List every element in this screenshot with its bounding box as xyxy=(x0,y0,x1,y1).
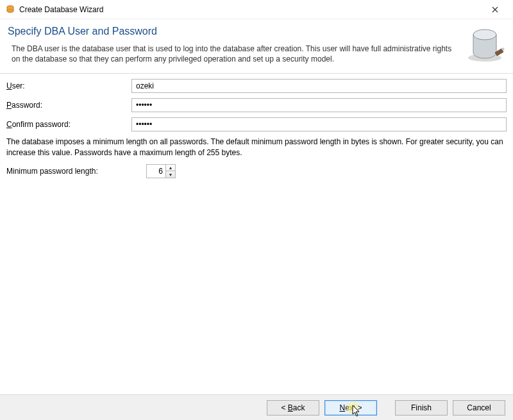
stepper-up-button[interactable]: ▲ xyxy=(166,165,175,172)
form-area: User: Password: Confirm password: The da… xyxy=(0,74,513,184)
confirm-password-label: Confirm password: xyxy=(6,120,131,129)
window-title: Create Database Wizard xyxy=(19,5,482,14)
app-icon xyxy=(5,4,15,15)
finish-button[interactable]: Finish xyxy=(395,400,448,416)
cancel-button[interactable]: Cancel xyxy=(453,400,505,416)
wizard-footer: < Back Next > Finish Cancel xyxy=(0,394,513,420)
row-min-password-length: Minimum password length: ▲ ▼ xyxy=(6,164,507,178)
page-title: Specify DBA User and Password xyxy=(8,26,458,37)
user-input[interactable] xyxy=(131,79,507,93)
wizard-header: Specify DBA User and Password The DBA us… xyxy=(0,19,513,74)
password-input[interactable] xyxy=(131,98,507,112)
back-button[interactable]: < Back xyxy=(267,400,319,416)
confirm-password-input[interactable] xyxy=(131,117,507,131)
close-button[interactable] xyxy=(482,1,508,19)
next-button[interactable]: Next > xyxy=(324,400,377,416)
page-description: The DBA user is the database user that i… xyxy=(12,44,458,64)
min-password-length-stepper[interactable]: ▲ ▼ xyxy=(146,164,176,178)
svg-point-3 xyxy=(473,29,496,40)
row-password: Password: xyxy=(6,98,507,112)
stepper-down-button[interactable]: ▼ xyxy=(166,171,175,178)
row-user: User: xyxy=(6,79,507,93)
password-hint-text: The database imposes a minimum length on… xyxy=(6,137,507,157)
database-illustration-icon xyxy=(464,26,505,63)
min-password-length-input[interactable] xyxy=(146,164,165,178)
row-confirm-password: Confirm password: xyxy=(6,117,507,131)
password-label: Password: xyxy=(6,101,131,110)
user-label: User: xyxy=(6,81,131,90)
min-password-length-label: Minimum password length: xyxy=(6,167,146,176)
titlebar: Create Database Wizard xyxy=(0,0,513,19)
